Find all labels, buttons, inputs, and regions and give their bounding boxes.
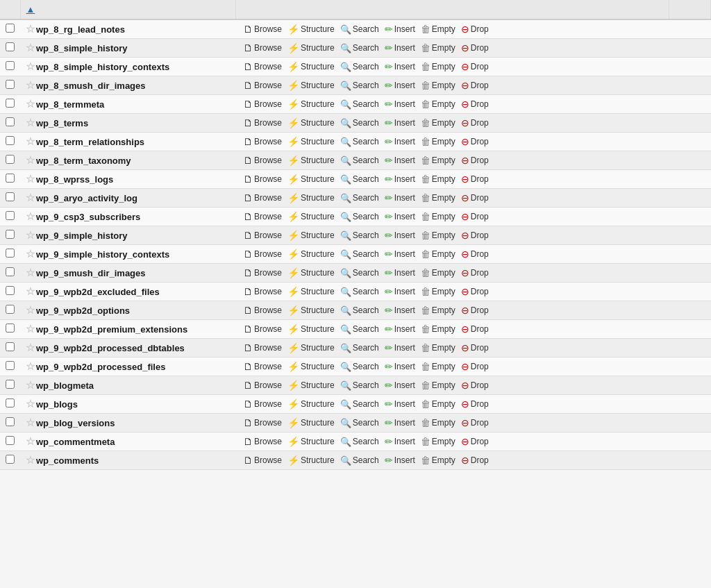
empty-button[interactable]: 🗑 Empty (419, 248, 458, 260)
row-select-checkbox[interactable] (6, 455, 15, 464)
browse-button[interactable]: 🗋 Browse (241, 154, 284, 167)
favorite-star-icon[interactable]: ☆ (26, 285, 35, 297)
structure-button[interactable]: ⚡ Structure (285, 454, 337, 467)
empty-button[interactable]: 🗑 Empty (419, 135, 458, 148)
drop-button[interactable]: ⊖ Drop (459, 435, 491, 448)
empty-button[interactable]: 🗑 Empty (419, 42, 458, 54)
structure-button[interactable]: ⚡ Structure (285, 417, 337, 429)
row-select-checkbox[interactable] (6, 99, 15, 108)
browse-button[interactable]: 🗋 Browse (241, 98, 284, 110)
favorite-star-icon[interactable]: ☆ (26, 417, 35, 428)
row-select-checkbox[interactable] (6, 80, 15, 89)
search-button[interactable]: 🔍 Search (338, 136, 381, 148)
favorite-star-icon[interactable]: ☆ (26, 379, 35, 391)
drop-button[interactable]: ⊖ Drop (459, 79, 491, 92)
empty-button[interactable]: 🗑 Empty (419, 435, 458, 448)
row-select-checkbox[interactable] (6, 267, 15, 276)
search-button[interactable]: 🔍 Search (338, 42, 381, 54)
browse-button[interactable]: 🗋 Browse (241, 398, 284, 410)
search-button[interactable]: 🔍 Search (338, 267, 381, 279)
row-select-checkbox[interactable] (6, 211, 15, 220)
empty-button[interactable]: 🗑 Empty (419, 398, 458, 410)
search-button[interactable]: 🔍 Search (338, 230, 381, 242)
search-button[interactable]: 🔍 Search (338, 436, 381, 448)
row-select-checkbox[interactable] (6, 61, 15, 70)
empty-button[interactable]: 🗑 Empty (419, 360, 458, 373)
browse-button[interactable]: 🗋 Browse (241, 360, 284, 373)
empty-button[interactable]: 🗑 Empty (419, 323, 458, 335)
search-button[interactable]: 🔍 Search (338, 155, 381, 167)
structure-button[interactable]: ⚡ Structure (285, 248, 337, 260)
structure-button[interactable]: ⚡ Structure (285, 42, 337, 54)
search-button[interactable]: 🔍 Search (338, 455, 381, 467)
insert-button[interactable]: ✏ Insert (383, 342, 417, 354)
drop-button[interactable]: ⊖ Drop (459, 267, 491, 279)
insert-button[interactable]: ✏ Insert (383, 42, 417, 54)
structure-button[interactable]: ⚡ Structure (285, 285, 337, 298)
favorite-star-icon[interactable]: ☆ (26, 117, 35, 128)
favorite-star-icon[interactable]: ☆ (26, 323, 35, 335)
structure-button[interactable]: ⚡ Structure (285, 398, 337, 410)
row-select-checkbox[interactable] (6, 155, 15, 164)
browse-button[interactable]: 🗋 Browse (241, 417, 284, 429)
search-button[interactable]: 🔍 Search (338, 249, 381, 260)
search-button[interactable]: 🔍 Search (338, 361, 381, 373)
empty-button[interactable]: 🗑 Empty (419, 454, 458, 467)
empty-button[interactable]: 🗑 Empty (419, 23, 458, 35)
favorite-star-icon[interactable]: ☆ (26, 267, 35, 278)
empty-button[interactable]: 🗑 Empty (419, 79, 458, 92)
browse-button[interactable]: 🗋 Browse (241, 117, 284, 129)
row-select-checkbox[interactable] (6, 380, 15, 389)
browse-button[interactable]: 🗋 Browse (241, 192, 284, 204)
insert-button[interactable]: ✏ Insert (383, 135, 417, 148)
drop-button[interactable]: ⊖ Drop (459, 60, 491, 73)
search-button[interactable]: 🔍 Search (338, 398, 381, 410)
insert-button[interactable]: ✏ Insert (383, 192, 417, 204)
insert-button[interactable]: ✏ Insert (383, 229, 417, 242)
drop-button[interactable]: ⊖ Drop (459, 117, 491, 129)
browse-button[interactable]: 🗋 Browse (241, 248, 284, 260)
drop-button[interactable]: ⊖ Drop (459, 173, 491, 185)
drop-button[interactable]: ⊖ Drop (459, 417, 491, 429)
drop-button[interactable]: ⊖ Drop (459, 379, 491, 392)
favorite-star-icon[interactable]: ☆ (26, 192, 35, 203)
empty-button[interactable]: 🗑 Empty (419, 229, 458, 242)
structure-button[interactable]: ⚡ Structure (285, 60, 337, 73)
drop-button[interactable]: ⊖ Drop (459, 98, 491, 110)
search-button[interactable]: 🔍 Search (338, 305, 381, 317)
insert-button[interactable]: ✏ Insert (383, 360, 417, 373)
structure-button[interactable]: ⚡ Structure (285, 210, 337, 223)
insert-button[interactable]: ✏ Insert (383, 398, 417, 410)
search-button[interactable]: 🔍 Search (338, 174, 381, 185)
drop-button[interactable]: ⊖ Drop (459, 285, 491, 298)
structure-button[interactable]: ⚡ Structure (285, 267, 337, 279)
favorite-star-icon[interactable]: ☆ (26, 454, 35, 466)
insert-button[interactable]: ✏ Insert (383, 60, 417, 73)
row-select-checkbox[interactable] (6, 417, 15, 426)
insert-button[interactable]: ✏ Insert (383, 379, 417, 392)
structure-button[interactable]: ⚡ Structure (285, 229, 337, 242)
search-button[interactable]: 🔍 Search (338, 286, 381, 298)
row-select-checkbox[interactable] (6, 342, 15, 351)
favorite-star-icon[interactable]: ☆ (26, 42, 35, 53)
search-button[interactable]: 🔍 Search (338, 61, 381, 73)
drop-button[interactable]: ⊖ Drop (459, 360, 491, 373)
row-select-checkbox[interactable] (6, 361, 15, 370)
row-select-checkbox[interactable] (6, 230, 15, 239)
browse-button[interactable]: 🗋 Browse (241, 454, 284, 467)
search-button[interactable]: 🔍 Search (338, 24, 381, 35)
browse-button[interactable]: 🗋 Browse (241, 342, 284, 354)
insert-button[interactable]: ✏ Insert (383, 454, 417, 467)
insert-button[interactable]: ✏ Insert (383, 23, 417, 35)
drop-button[interactable]: ⊖ Drop (459, 23, 491, 35)
empty-button[interactable]: 🗑 Empty (419, 60, 458, 73)
empty-button[interactable]: 🗑 Empty (419, 117, 458, 129)
empty-button[interactable]: 🗑 Empty (419, 285, 458, 298)
favorite-star-icon[interactable]: ☆ (26, 398, 35, 410)
row-select-checkbox[interactable] (6, 192, 15, 201)
insert-button[interactable]: ✏ Insert (383, 304, 417, 317)
search-button[interactable]: 🔍 Search (338, 80, 381, 92)
search-button[interactable]: 🔍 Search (338, 342, 381, 354)
browse-button[interactable]: 🗋 Browse (241, 173, 284, 185)
empty-button[interactable]: 🗑 Empty (419, 173, 458, 185)
